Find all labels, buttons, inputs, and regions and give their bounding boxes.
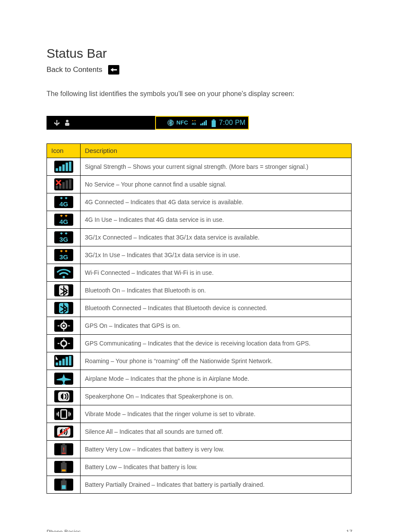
table-row: Bluetooth On – Indicates that Bluetooth … [47, 282, 352, 299]
footer-section: Phone Basics [47, 528, 81, 532]
description-cell: 3G/1x In Use – Indicates that 3G/1x data… [81, 246, 352, 264]
icon-description-table: Icon Description Signal Strength – Shows… [47, 143, 352, 494]
svg-rect-17 [61, 410, 66, 418]
bluetooth-on-icon [54, 284, 73, 296]
speakerphone-on-icon [54, 390, 73, 402]
description-cell: GPS On – Indicates that GPS is on. [81, 317, 352, 335]
table-row: Airplane Mode – Indicates that the phone… [47, 370, 352, 388]
sb-nfc-icon: NFC [177, 119, 188, 127]
svg-text:4G: 4G [59, 200, 68, 208]
description-cell: Vibrate Mode – Indicates that the ringer… [81, 405, 352, 423]
table-row: Battery Low – Indicates that battery is … [47, 458, 352, 476]
table-row: No Service – Your phone cannot find a us… [47, 176, 352, 193]
description-cell: Bluetooth On – Indicates that Bluetooth … [81, 282, 352, 299]
table-row: Battery Partially Drained – Indicates th… [47, 476, 352, 494]
description-cell: 4G In Use – Indicates that 4G data servi… [81, 211, 352, 229]
bluetooth-connected-icon [54, 302, 73, 314]
svg-rect-1 [65, 123, 69, 126]
table-row: Silence All – Indicates that all sounds … [47, 423, 352, 441]
wifi-connected-icon [54, 267, 73, 279]
table-row: GPS On – Indicates that GPS is on. [47, 317, 352, 335]
description-cell: Signal Strength – Shows your current sig… [81, 158, 352, 176]
4g-in-use-icon: 4G [54, 214, 73, 226]
page-title: Status Bar [47, 45, 411, 62]
svg-rect-21 [62, 453, 65, 454]
description-cell: GPS Communicating – Indicates that the d… [81, 335, 352, 352]
table-row: 4G4G Connected – Indicates that 4G data … [47, 193, 352, 211]
sb-signal-icon [200, 119, 209, 126]
table-row: Vibrate Mode – Indicates that the ringer… [47, 405, 352, 423]
svg-point-14 [62, 325, 65, 327]
description-cell: 3G/1x Connected – Indicates that 3G/1x d… [81, 229, 352, 246]
description-cell: Speakerphone On – Indicates that Speaker… [81, 388, 352, 405]
description-cell: No Service – Your phone cannot find a us… [81, 176, 352, 193]
vibrate-mode-icon [54, 408, 73, 420]
col-header-icon: Icon [47, 144, 81, 158]
battery-drained-icon [54, 479, 73, 491]
description-cell: Battery Partially Drained – Indicates th… [81, 476, 352, 494]
svg-text:3G: 3G [59, 236, 68, 243]
status-bar-sample: NFC 4G 7:00 PM [47, 116, 249, 130]
svg-text:3G: 3G [59, 253, 68, 261]
svg-rect-5 [213, 119, 215, 120]
description-cell: Bluetooth Connected – Indicates that Blu… [81, 299, 352, 317]
sb-clock: 7:00 PM [219, 118, 246, 128]
no-service-icon [54, 178, 73, 190]
3g-connected-icon: 3G [54, 231, 73, 243]
table-row: 3G3G/1x Connected – Indicates that 3G/1x… [47, 229, 352, 246]
footer-page-number: 17 [346, 528, 352, 532]
back-key-icon [108, 65, 119, 75]
3g-in-use-icon: 3G [54, 249, 73, 261]
table-row: 4G4G In Use – Indicates that 4G data ser… [47, 211, 352, 229]
svg-rect-27 [62, 479, 65, 480]
svg-text:!: ! [62, 446, 64, 453]
sb-bluetooth-icon [167, 119, 174, 126]
description-cell: 4G Connected – Indicates that 4G data se… [81, 193, 352, 211]
gps-communicating-icon [54, 337, 73, 349]
intro-text: The following list identifies the symbol… [47, 89, 364, 99]
svg-rect-24 [62, 461, 65, 463]
svg-text:4G: 4G [192, 122, 196, 126]
svg-rect-4 [212, 120, 216, 127]
4g-connected-icon: 4G [54, 196, 73, 208]
gps-on-icon [54, 320, 73, 332]
description-cell: Airplane Mode – Indicates that the phone… [81, 370, 352, 388]
airplane-mode-icon [54, 373, 73, 385]
table-row: 3G3G/1x In Use – Indicates that 3G/1x da… [47, 246, 352, 264]
description-cell: Roaming – Your phone is “roaming” off th… [81, 352, 352, 370]
usb-connected-icon [64, 119, 71, 126]
silence-all-icon [54, 426, 73, 438]
roaming-icon [54, 355, 73, 367]
description-cell: Battery Very Low – Indicates that batter… [81, 441, 352, 458]
svg-rect-25 [62, 470, 65, 471]
svg-rect-20 [62, 444, 65, 445]
description-cell: Battery Low – Indicates that battery is … [81, 458, 352, 476]
battery-very-low-icon: ! [54, 443, 73, 455]
table-row: Bluetooth Connected – Indicates that Blu… [47, 299, 352, 317]
table-row: Wi-Fi Connected – Indicates that Wi-Fi i… [47, 264, 352, 282]
svg-point-10 [62, 276, 65, 278]
table-row: !Battery Very Low – Indicates that batte… [47, 441, 352, 458]
svg-point-0 [66, 120, 68, 122]
sb-4g-icon: 4G [190, 119, 197, 126]
table-row: Speakerphone On – Indicates that Speaker… [47, 388, 352, 405]
usb-debug-icon [53, 119, 60, 126]
back-to-contents-link[interactable]: Back to Contents [47, 65, 102, 75]
svg-rect-28 [62, 485, 65, 489]
svg-point-15 [61, 341, 66, 346]
table-row: Roaming – Your phone is “roaming” off th… [47, 352, 352, 370]
svg-text:4G: 4G [59, 218, 68, 225]
description-cell: Silence All – Indicates that all sounds … [81, 423, 352, 441]
battery-low-icon [54, 461, 73, 473]
table-row: GPS Communicating – Indicates that the d… [47, 335, 352, 352]
col-header-description: Description [81, 144, 352, 158]
sb-battery-icon [211, 119, 216, 126]
description-cell: Wi-Fi Connected – Indicates that Wi-Fi i… [81, 264, 352, 282]
table-row: Signal Strength – Shows your current sig… [47, 158, 352, 176]
signal-strength-icon [54, 161, 73, 173]
